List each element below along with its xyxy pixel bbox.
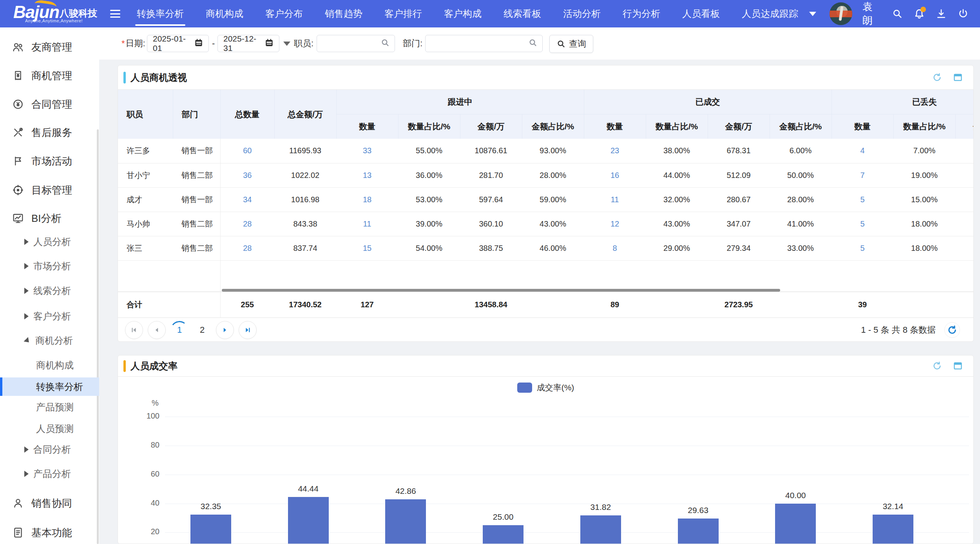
- table-panel-header: 人员商机透视: [118, 65, 973, 90]
- bar[interactable]: [678, 519, 719, 544]
- cell-link[interactable]: 28: [220, 236, 274, 260]
- date-to-input[interactable]: 2025-12-31: [217, 35, 279, 52]
- sidebar-item-19[interactable]: 基本功能: [0, 522, 99, 543]
- sidebar-item-7[interactable]: 人员分析: [0, 233, 99, 251]
- more-menus-caret-icon[interactable]: [809, 12, 816, 16]
- cell-link[interactable]: 15: [336, 236, 398, 260]
- totals-cell: 合计: [118, 292, 173, 317]
- page-button-2[interactable]: 2: [193, 321, 211, 339]
- brand-logo[interactable]: Bajun 八骏科技 Anyone,Anytime,Anywhere!: [0, 0, 100, 27]
- cell-link[interactable]: 18: [336, 187, 398, 212]
- search-icon[interactable]: [891, 8, 903, 20]
- expand-arrow-icon[interactable]: [24, 446, 29, 453]
- cell-link[interactable]: 11: [584, 187, 646, 212]
- cell: 597.64: [460, 187, 522, 212]
- expand-arrow-icon[interactable]: [24, 263, 29, 269]
- user-avatar[interactable]: [830, 2, 852, 25]
- cell-link[interactable]: 23: [584, 139, 646, 163]
- prev-page-button[interactable]: [148, 321, 166, 339]
- sidebar-item-18[interactable]: 销售协同: [0, 493, 99, 513]
- window-icon[interactable]: [953, 72, 963, 83]
- sidebar-item-14[interactable]: 产品预测: [0, 398, 99, 416]
- cell-link[interactable]: 8: [584, 236, 646, 260]
- bar[interactable]: [873, 515, 913, 544]
- first-page-button[interactable]: [125, 321, 143, 339]
- cell-link[interactable]: 34: [220, 187, 274, 212]
- gridline: [165, 532, 969, 533]
- sidebar-item-0[interactable]: 友商管理: [0, 37, 99, 57]
- sidebar-item-label: 客户分析: [33, 310, 71, 323]
- bell-icon[interactable]: [913, 8, 925, 20]
- cell-link[interactable]: 4: [831, 139, 893, 163]
- nav-item-3[interactable]: 销售趋势: [314, 0, 373, 27]
- cell-link[interactable]: 7: [831, 163, 893, 187]
- next-page-button[interactable]: [216, 321, 234, 339]
- magnifier-icon[interactable]: [380, 38, 390, 49]
- bar[interactable]: [288, 497, 329, 544]
- sidebar-item-9[interactable]: 线索分析: [0, 282, 99, 300]
- sidebar-item-13[interactable]: 转换率分析: [0, 377, 99, 396]
- nav-item-9[interactable]: 人员看板: [671, 0, 731, 27]
- sidebar-item-3[interactable]: 售后服务: [0, 122, 99, 143]
- nav-item-2[interactable]: 客户分布: [254, 0, 314, 27]
- nav-item-8[interactable]: 行为分析: [612, 0, 671, 27]
- collapse-arrow-icon[interactable]: [24, 337, 31, 344]
- hamburger-menu-icon[interactable]: [110, 10, 120, 18]
- expand-arrow-icon[interactable]: [24, 239, 29, 245]
- nav-item-1[interactable]: 商机构成: [195, 0, 254, 27]
- cell-link[interactable]: 12: [584, 212, 646, 236]
- cell-link[interactable]: 13: [336, 163, 398, 187]
- sidebar-item-11[interactable]: 商机分析: [0, 332, 99, 350]
- sidebar-item-10[interactable]: 客户分析: [0, 307, 99, 325]
- horizontal-scrollbar[interactable]: [222, 289, 780, 292]
- sidebar-item-2[interactable]: 合同管理: [0, 94, 99, 114]
- nav-item-4[interactable]: 客户排行: [373, 0, 433, 27]
- expand-arrow-icon[interactable]: [24, 471, 29, 477]
- expand-arrow-icon[interactable]: [24, 313, 29, 319]
- sidebar-item-5[interactable]: 目标管理: [0, 180, 99, 200]
- table-scroll-region[interactable]: 职员部门总数量总金额/万跟进中已成交已丢失数量数量占比/%金额/万金额占比/%数…: [118, 90, 974, 318]
- refresh-icon[interactable]: [932, 72, 942, 83]
- last-page-button[interactable]: [239, 321, 257, 339]
- nav-item-0[interactable]: 转换率分析: [126, 0, 195, 27]
- date-from-input[interactable]: 2025-01-01: [147, 35, 209, 52]
- nav-item-6[interactable]: 线索看板: [493, 0, 552, 27]
- calendar-icon[interactable]: [194, 38, 204, 49]
- sidebar-item-17[interactable]: 产品分析: [0, 465, 99, 483]
- cell-link[interactable]: 33: [336, 139, 398, 163]
- nav-item-5[interactable]: 客户构成: [433, 0, 493, 27]
- cell-link[interactable]: 5: [831, 212, 893, 236]
- sidebar-item-1[interactable]: 商机管理: [0, 65, 99, 86]
- sidebar-item-4[interactable]: 市场活动: [0, 151, 99, 171]
- cell-link[interactable]: 36: [220, 163, 274, 187]
- cell-link[interactable]: 16: [584, 163, 646, 187]
- sidebar-item-12[interactable]: 商机构成: [0, 356, 99, 374]
- sidebar-item-8[interactable]: 市场分析: [0, 257, 99, 275]
- bar[interactable]: [483, 525, 524, 544]
- date-collapse-caret-icon[interactable]: [283, 35, 290, 52]
- nav-item-7[interactable]: 活动分析: [552, 0, 612, 27]
- query-button[interactable]: 查询: [549, 35, 593, 53]
- calendar-icon[interactable]: [264, 38, 274, 49]
- bar[interactable]: [775, 504, 816, 544]
- cell-link[interactable]: 11: [336, 212, 398, 236]
- power-icon[interactable]: [957, 8, 969, 20]
- cell-link[interactable]: 5: [831, 236, 893, 260]
- page-button-1[interactable]: 1: [170, 321, 188, 339]
- table-refresh-icon[interactable]: [944, 322, 960, 338]
- nav-item-10[interactable]: 人员达成跟踪: [731, 0, 809, 27]
- sidebar-item-6[interactable]: BI分析: [0, 208, 99, 228]
- cell-link[interactable]: 5: [831, 187, 893, 212]
- cell-link[interactable]: 28: [220, 212, 274, 236]
- dept-search-input[interactable]: [425, 35, 543, 52]
- sidebar-item-15[interactable]: 人员预测: [0, 419, 99, 438]
- cell-link[interactable]: 60: [220, 139, 274, 163]
- magnifier-icon[interactable]: [528, 38, 538, 49]
- expand-arrow-icon[interactable]: [24, 288, 29, 294]
- bar[interactable]: [385, 499, 426, 544]
- bar[interactable]: [580, 515, 621, 544]
- staff-search-input[interactable]: [317, 35, 395, 52]
- bar[interactable]: [190, 515, 231, 544]
- download-icon[interactable]: [935, 8, 947, 20]
- sidebar-item-16[interactable]: 合同分析: [0, 441, 99, 459]
